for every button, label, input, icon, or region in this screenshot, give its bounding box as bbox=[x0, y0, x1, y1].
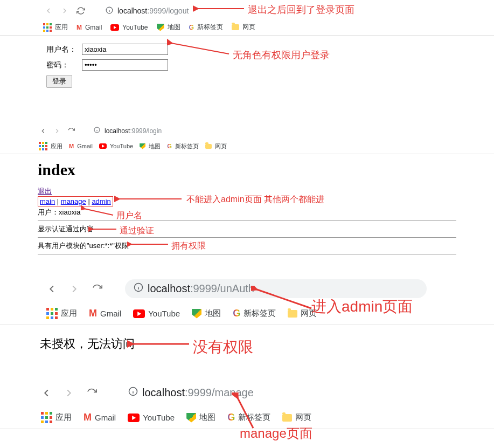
back-button[interactable] bbox=[42, 4, 55, 17]
maps-icon bbox=[140, 143, 145, 149]
bookmark-bar: 应用 MGmail YouTube 地图 G新标签页 网页 bbox=[0, 19, 494, 36]
gmail-icon: M bbox=[89, 308, 97, 319]
back-button[interactable] bbox=[38, 384, 55, 402]
youtube-icon bbox=[133, 309, 145, 318]
back-button[interactable] bbox=[38, 126, 48, 136]
youtube-icon bbox=[110, 24, 119, 31]
browser-nav-bar: localhost:9999/manage bbox=[0, 379, 494, 406]
forward-button[interactable] bbox=[60, 384, 78, 402]
bookmark-bar: 应用 MGmail YouTube 地图 G新标签页 网页 bbox=[0, 139, 494, 154]
bookmark-youtube[interactable]: YouTube bbox=[110, 24, 148, 31]
youtube-icon bbox=[99, 143, 107, 149]
link-admin[interactable]: admin bbox=[92, 197, 110, 205]
bookmark-gmail[interactable]: MGmail bbox=[76, 24, 102, 31]
reload-button[interactable] bbox=[66, 126, 76, 136]
bookmark-web[interactable]: 网页 bbox=[205, 142, 227, 150]
bookmark-gmail[interactable]: MGmail bbox=[69, 143, 93, 149]
perm-row: 具有用户模块的"user:*:*"权限 bbox=[38, 241, 456, 251]
browser-nav-bar: localhost:9999/unAuth bbox=[0, 275, 494, 302]
maps-icon bbox=[186, 413, 196, 423]
divider bbox=[38, 220, 456, 221]
divider bbox=[38, 237, 456, 238]
address-bar[interactable]: localhost:9999/logout bbox=[99, 5, 195, 17]
url-text: localhost:9999/unAuth bbox=[148, 282, 254, 295]
divider bbox=[38, 254, 456, 254]
back-button[interactable] bbox=[43, 280, 60, 298]
gmail-icon: M bbox=[76, 24, 82, 31]
link-manage[interactable]: manage bbox=[61, 197, 86, 205]
apps-icon bbox=[39, 142, 47, 150]
bookmark-youtube[interactable]: YouTube bbox=[99, 143, 133, 149]
address-bar[interactable]: localhost:9999/unAuth bbox=[125, 279, 427, 298]
bookmark-gmail[interactable]: MGmail bbox=[89, 308, 121, 319]
maps-icon bbox=[157, 24, 164, 31]
bookmark-youtube[interactable]: YouTube bbox=[128, 413, 175, 422]
page-title: index bbox=[38, 161, 456, 179]
apps-icon bbox=[46, 308, 58, 319]
gmail-icon: M bbox=[84, 412, 92, 423]
youtube-icon bbox=[128, 413, 140, 422]
google-icon: G bbox=[233, 308, 240, 319]
info-icon bbox=[94, 127, 100, 135]
bookmark-bar: 应用 MGmail YouTube 地图 G新标签页 网页 bbox=[0, 302, 494, 325]
bookmark-web[interactable]: 网页 bbox=[232, 23, 255, 32]
username-input[interactable] bbox=[82, 44, 168, 55]
google-icon: G bbox=[189, 24, 194, 31]
index-page-content: index 退出 main | manage | admin 用户：xiaoxi… bbox=[38, 154, 456, 263]
user-row: 用户：xiaoxia bbox=[38, 208, 456, 217]
bookmark-newtab[interactable]: G新标签页 bbox=[167, 142, 199, 150]
section-manage: localhost:9999/manage 应用 MGmail YouTube … bbox=[0, 379, 494, 448]
forward-button[interactable] bbox=[52, 126, 62, 136]
bookmark-newtab[interactable]: G新标签页 bbox=[189, 23, 223, 32]
folder-icon bbox=[232, 24, 239, 30]
bookmark-gmail[interactable]: MGmail bbox=[84, 412, 116, 423]
auth-row: 显示认证通过内容 bbox=[38, 224, 456, 234]
bookmark-apps[interactable]: 应用 bbox=[39, 142, 62, 150]
nav-links-box: main | manage | admin bbox=[38, 196, 113, 206]
bookmark-newtab[interactable]: G新标签页 bbox=[233, 308, 276, 319]
section-index: localhost:9999/login 应用 MGmail YouTube 地… bbox=[0, 123, 494, 263]
login-button[interactable]: 登录 bbox=[46, 75, 72, 88]
bookmark-apps[interactable]: 应用 bbox=[46, 308, 77, 319]
login-form: 用户名： 密码： 登录 bbox=[0, 36, 494, 96]
bookmark-newtab[interactable]: G新标签页 bbox=[227, 412, 270, 423]
section-logout: localhost:9999/logout 应用 MGmail YouTube … bbox=[0, 0, 494, 96]
folder-icon bbox=[288, 310, 297, 318]
bookmark-youtube[interactable]: YouTube bbox=[133, 309, 180, 318]
apps-icon bbox=[41, 412, 52, 423]
folder-icon bbox=[282, 414, 292, 422]
forward-button[interactable] bbox=[58, 4, 71, 17]
reload-button[interactable] bbox=[88, 280, 106, 298]
bookmark-apps[interactable]: 应用 bbox=[41, 412, 72, 423]
link-main[interactable]: main bbox=[40, 197, 55, 205]
password-label: 密码： bbox=[44, 58, 79, 72]
reload-button[interactable] bbox=[74, 4, 87, 17]
google-icon: G bbox=[227, 412, 235, 423]
apps-icon bbox=[43, 23, 52, 32]
info-icon bbox=[134, 282, 143, 295]
address-bar[interactable]: localhost:9999/login bbox=[87, 125, 168, 136]
bookmark-maps[interactable]: 地图 bbox=[192, 308, 221, 319]
username-label: 用户名： bbox=[44, 42, 79, 57]
bookmark-maps[interactable]: 地图 bbox=[186, 412, 215, 423]
bookmark-maps[interactable]: 地图 bbox=[140, 142, 161, 150]
address-bar[interactable]: localhost:9999/manage bbox=[120, 383, 421, 402]
gmail-icon: M bbox=[69, 143, 74, 149]
bookmark-web[interactable]: 网页 bbox=[282, 412, 311, 423]
browser-nav-bar: localhost:9999/login bbox=[0, 123, 494, 139]
folder-icon bbox=[205, 144, 212, 149]
google-icon: G bbox=[167, 143, 172, 149]
section-unauth: localhost:9999/unAuth 应用 MGmail YouTube … bbox=[0, 275, 494, 363]
password-input[interactable] bbox=[82, 59, 168, 71]
forward-button[interactable] bbox=[66, 280, 83, 298]
url-text: localhost:9999/login bbox=[105, 127, 162, 135]
logout-link[interactable]: 退出 bbox=[38, 187, 52, 195]
unauth-message: 未授权，无法访问 bbox=[0, 325, 494, 363]
reload-button[interactable] bbox=[83, 384, 100, 402]
info-icon bbox=[106, 6, 113, 16]
bookmark-web[interactable]: 网页 bbox=[288, 308, 317, 319]
bookmark-apps[interactable]: 应用 bbox=[43, 23, 68, 32]
info-icon bbox=[128, 387, 138, 399]
url-text: localhost:9999/logout bbox=[117, 6, 189, 15]
bookmark-maps[interactable]: 地图 bbox=[157, 23, 180, 32]
